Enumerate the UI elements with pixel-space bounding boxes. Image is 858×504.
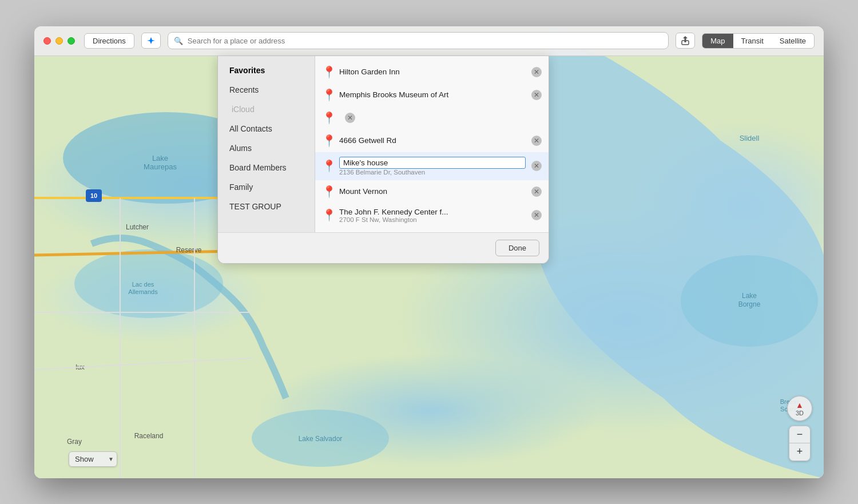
svg-text:Raceland: Raceland bbox=[134, 432, 164, 440]
dropdown-content: Favorites Recents iCloud All Contacts Al… bbox=[218, 56, 549, 232]
pin-icon-getwell: 📍 bbox=[322, 134, 333, 148]
favorite-item-blurred[interactable]: 📍 ✕ bbox=[315, 106, 549, 129]
tab-transit[interactable]: Transit bbox=[733, 34, 772, 48]
favorite-name-getwell: 4666 Getwell Rd bbox=[339, 136, 526, 145]
show-select[interactable]: Show Traffic Weather bbox=[69, 451, 117, 467]
minimize-button[interactable] bbox=[55, 37, 63, 45]
favorites-dropdown: Favorites Recents iCloud All Contacts Al… bbox=[217, 56, 549, 264]
mikes-name-wrap: 2136 Belmarie Dr, Southaven bbox=[339, 157, 526, 176]
svg-text:Allemands: Allemands bbox=[128, 288, 158, 295]
compass-arrow-icon: ▲ bbox=[796, 400, 804, 410]
sidebar-item-test-group[interactable]: TEST GROUP bbox=[218, 197, 315, 216]
svg-text:Maurepas: Maurepas bbox=[144, 162, 177, 171]
done-button[interactable]: Done bbox=[495, 240, 539, 256]
zoom-controls: − + bbox=[789, 426, 811, 461]
traffic-lights bbox=[43, 37, 75, 45]
close-button[interactable] bbox=[43, 37, 51, 45]
sidebar-item-favorites[interactable]: Favorites bbox=[218, 61, 315, 80]
favorite-item-kennedy[interactable]: 📍 The John F. Kennedy Center f... 2700 F… bbox=[315, 203, 549, 228]
share-icon bbox=[681, 36, 689, 45]
favorite-item-mount-vernon[interactable]: 📍 Mount Vernon ✕ bbox=[315, 180, 549, 203]
search-input[interactable] bbox=[188, 37, 662, 45]
svg-text:Borgne: Borgne bbox=[738, 300, 761, 308]
map-controls: ▲ 3D − + bbox=[787, 396, 812, 461]
sidebar-item-all-contacts[interactable]: All Contacts bbox=[218, 119, 315, 138]
categories-sidebar: Favorites Recents iCloud All Contacts Al… bbox=[218, 56, 315, 232]
svg-text:10: 10 bbox=[90, 192, 97, 199]
share-button[interactable] bbox=[676, 33, 695, 49]
zoom-in-button[interactable]: + bbox=[789, 443, 810, 461]
remove-mikes-button[interactable]: ✕ bbox=[531, 161, 542, 171]
show-control: Show Traffic Weather ▼ bbox=[69, 451, 117, 467]
map-type-tabs: Map Transit Satellite bbox=[702, 33, 815, 49]
svg-line-26 bbox=[34, 358, 252, 370]
maximize-button[interactable] bbox=[67, 37, 75, 45]
pin-icon-memphis: 📍 bbox=[322, 88, 333, 102]
remove-kennedy-button[interactable]: ✕ bbox=[531, 210, 542, 220]
compass-button[interactable]: ▲ 3D bbox=[787, 396, 812, 421]
favorite-item-mikes[interactable]: 📍 2136 Belmarie Dr, Southaven ✕ bbox=[315, 152, 549, 180]
sidebar-item-recents[interactable]: Recents bbox=[218, 80, 315, 100]
sidebar-item-alums[interactable]: Alums bbox=[218, 138, 315, 158]
zoom-out-button[interactable]: − bbox=[789, 426, 810, 443]
location-icon bbox=[147, 37, 155, 45]
remove-hilton-button[interactable]: ✕ bbox=[531, 67, 542, 77]
pin-icon-mikes: 📍 bbox=[322, 159, 333, 173]
mikes-subtitle: 2136 Belmarie Dr, Southaven bbox=[339, 169, 526, 176]
svg-text:Slidell: Slidell bbox=[740, 134, 760, 142]
favorite-name-memphis: Memphis Brooks Museum of Art bbox=[339, 90, 526, 99]
remove-blurred-button[interactable]: ✕ bbox=[345, 113, 355, 123]
pin-icon-mount-vernon: 📍 bbox=[322, 185, 333, 199]
titlebar: Directions 🔍 Map Transit Satellite bbox=[34, 26, 824, 56]
favorite-name-kennedy: The John F. Kennedy Center f... bbox=[339, 208, 526, 216]
maps-window: Lake Maurepas Lac des Allemands Slidell … bbox=[34, 26, 824, 478]
sidebar-item-icloud[interactable]: iCloud bbox=[218, 100, 315, 119]
svg-text:Lutcher: Lutcher bbox=[126, 223, 149, 231]
sidebar-item-family[interactable]: Family bbox=[218, 177, 315, 197]
favorites-list: 📍 Hilton Garden Inn ✕ 📍 Memphis Brooks M… bbox=[315, 56, 549, 232]
remove-getwell-button[interactable]: ✕ bbox=[531, 136, 542, 146]
kennedy-subtitle: 2700 F St Nw, Washington bbox=[339, 216, 526, 223]
svg-text:Gray: Gray bbox=[67, 438, 82, 446]
directions-button[interactable]: Directions bbox=[84, 33, 134, 49]
dropdown-footer: Done bbox=[218, 232, 549, 263]
favorite-name-hilton: Hilton Garden Inn bbox=[339, 68, 526, 76]
kennedy-name-wrap: The John F. Kennedy Center f... 2700 F S… bbox=[339, 208, 526, 223]
pin-icon: 📍 bbox=[322, 65, 333, 79]
remove-mount-vernon-button[interactable]: ✕ bbox=[531, 186, 542, 197]
remove-memphis-button[interactable]: ✕ bbox=[531, 90, 542, 100]
favorite-name-mount-vernon: Mount Vernon bbox=[339, 187, 526, 196]
favorite-item-getwell[interactable]: 📍 4666 Getwell Rd ✕ bbox=[315, 129, 549, 152]
svg-text:Lake: Lake bbox=[742, 292, 757, 300]
pin-icon-blurred: 📍 bbox=[322, 111, 333, 125]
location-button[interactable] bbox=[141, 33, 161, 49]
tab-satellite[interactable]: Satellite bbox=[772, 34, 814, 48]
svg-text:Lake Salvador: Lake Salvador bbox=[299, 435, 343, 443]
svg-text:Lac des: Lac des bbox=[132, 281, 154, 288]
pin-icon-kennedy: 📍 bbox=[322, 208, 333, 222]
mikes-name-input[interactable] bbox=[339, 157, 526, 169]
search-bar: 🔍 bbox=[168, 32, 669, 49]
tab-map[interactable]: Map bbox=[702, 34, 733, 48]
favorite-item-hilton[interactable]: 📍 Hilton Garden Inn ✕ bbox=[315, 61, 549, 84]
compass-label: 3D bbox=[796, 410, 804, 416]
sidebar-item-board-members[interactable]: Board Members bbox=[218, 158, 315, 177]
favorite-item-memphis[interactable]: 📍 Memphis Brooks Museum of Art ✕ bbox=[315, 84, 549, 106]
search-icon: 🔍 bbox=[174, 37, 183, 45]
svg-text:Lake: Lake bbox=[152, 154, 168, 162]
svg-text:Reserve: Reserve bbox=[176, 246, 202, 254]
